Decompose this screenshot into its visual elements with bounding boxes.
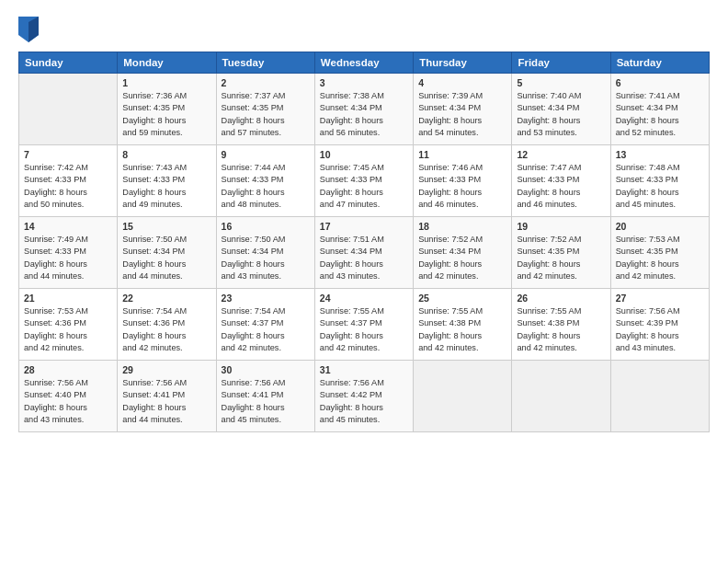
day-info: Sunrise: 7:41 AM Sunset: 4:34 PM Dayligh… bbox=[616, 90, 704, 139]
calendar-cell bbox=[19, 74, 118, 145]
day-info: Sunrise: 7:56 AM Sunset: 4:41 PM Dayligh… bbox=[222, 377, 310, 426]
day-number: 28 bbox=[24, 364, 112, 375]
day-info: Sunrise: 7:56 AM Sunset: 4:41 PM Dayligh… bbox=[122, 377, 210, 426]
day-info: Sunrise: 7:42 AM Sunset: 4:33 PM Dayligh… bbox=[24, 162, 112, 211]
calendar-cell: 5Sunrise: 7:40 AM Sunset: 4:34 PM Daylig… bbox=[512, 74, 610, 145]
header-cell-wednesday: Wednesday bbox=[314, 52, 413, 74]
day-info: Sunrise: 7:53 AM Sunset: 4:36 PM Dayligh… bbox=[24, 305, 112, 354]
day-number: 16 bbox=[222, 221, 310, 232]
calendar-cell: 11Sunrise: 7:46 AM Sunset: 4:33 PM Dayli… bbox=[414, 145, 512, 217]
calendar-cell: 20Sunrise: 7:53 AM Sunset: 4:35 PM Dayli… bbox=[610, 217, 709, 289]
page: SundayMondayTuesdayWednesdayThursdayFrid… bbox=[0, 0, 728, 563]
day-info: Sunrise: 7:55 AM Sunset: 4:38 PM Dayligh… bbox=[418, 305, 506, 354]
day-info: Sunrise: 7:38 AM Sunset: 4:34 PM Dayligh… bbox=[320, 90, 408, 139]
week-row-3: 21Sunrise: 7:53 AM Sunset: 4:36 PM Dayli… bbox=[19, 289, 710, 361]
day-info: Sunrise: 7:51 AM Sunset: 4:34 PM Dayligh… bbox=[320, 234, 408, 282]
calendar-cell: 7Sunrise: 7:42 AM Sunset: 4:33 PM Daylig… bbox=[19, 145, 118, 217]
calendar-cell bbox=[512, 361, 610, 432]
day-number: 29 bbox=[122, 364, 210, 375]
day-number: 4 bbox=[418, 77, 506, 88]
day-number: 7 bbox=[24, 149, 112, 160]
header-cell-monday: Monday bbox=[118, 52, 216, 74]
day-info: Sunrise: 7:48 AM Sunset: 4:33 PM Dayligh… bbox=[616, 162, 704, 211]
day-number: 27 bbox=[616, 293, 704, 304]
day-info: Sunrise: 7:44 AM Sunset: 4:33 PM Dayligh… bbox=[222, 162, 310, 211]
day-info: Sunrise: 7:43 AM Sunset: 4:33 PM Dayligh… bbox=[122, 162, 210, 211]
day-number: 14 bbox=[24, 221, 112, 232]
day-info: Sunrise: 7:55 AM Sunset: 4:38 PM Dayligh… bbox=[517, 305, 605, 354]
calendar-cell bbox=[414, 361, 512, 432]
calendar-cell: 18Sunrise: 7:52 AM Sunset: 4:34 PM Dayli… bbox=[414, 217, 512, 289]
calendar-cell: 16Sunrise: 7:50 AM Sunset: 4:34 PM Dayli… bbox=[216, 217, 314, 289]
calendar-header-row: SundayMondayTuesdayWednesdayThursdayFrid… bbox=[19, 52, 710, 74]
day-info: Sunrise: 7:46 AM Sunset: 4:33 PM Dayligh… bbox=[418, 162, 506, 211]
header-cell-sunday: Sunday bbox=[19, 52, 118, 74]
calendar-cell: 21Sunrise: 7:53 AM Sunset: 4:36 PM Dayli… bbox=[19, 289, 118, 361]
calendar-table: SundayMondayTuesdayWednesdayThursdayFrid… bbox=[18, 52, 710, 432]
calendar-body: 1Sunrise: 7:36 AM Sunset: 4:35 PM Daylig… bbox=[19, 74, 710, 432]
day-number: 25 bbox=[418, 293, 506, 304]
calendar-cell: 28Sunrise: 7:56 AM Sunset: 4:40 PM Dayli… bbox=[19, 361, 118, 432]
day-info: Sunrise: 7:56 AM Sunset: 4:42 PM Dayligh… bbox=[320, 377, 408, 426]
day-info: Sunrise: 7:56 AM Sunset: 4:40 PM Dayligh… bbox=[24, 377, 112, 426]
day-info: Sunrise: 7:54 AM Sunset: 4:37 PM Dayligh… bbox=[222, 305, 310, 354]
calendar-cell: 4Sunrise: 7:39 AM Sunset: 4:34 PM Daylig… bbox=[414, 74, 512, 145]
calendar-cell: 10Sunrise: 7:45 AM Sunset: 4:33 PM Dayli… bbox=[314, 145, 413, 217]
day-number: 31 bbox=[320, 364, 408, 375]
header-cell-friday: Friday bbox=[512, 52, 610, 74]
day-number: 17 bbox=[320, 221, 408, 232]
day-number: 13 bbox=[616, 149, 704, 160]
day-info: Sunrise: 7:52 AM Sunset: 4:35 PM Dayligh… bbox=[517, 234, 605, 282]
calendar-cell: 25Sunrise: 7:55 AM Sunset: 4:38 PM Dayli… bbox=[414, 289, 512, 361]
calendar-cell: 15Sunrise: 7:50 AM Sunset: 4:34 PM Dayli… bbox=[118, 217, 216, 289]
calendar-cell: 9Sunrise: 7:44 AM Sunset: 4:33 PM Daylig… bbox=[216, 145, 314, 217]
day-number: 15 bbox=[122, 221, 210, 232]
calendar-cell: 31Sunrise: 7:56 AM Sunset: 4:42 PM Dayli… bbox=[314, 361, 413, 432]
week-row-2: 14Sunrise: 7:49 AM Sunset: 4:33 PM Dayli… bbox=[19, 217, 710, 289]
day-info: Sunrise: 7:50 AM Sunset: 4:34 PM Dayligh… bbox=[122, 234, 210, 282]
week-row-4: 28Sunrise: 7:56 AM Sunset: 4:40 PM Dayli… bbox=[19, 361, 710, 432]
day-info: Sunrise: 7:47 AM Sunset: 4:33 PM Dayligh… bbox=[517, 162, 605, 211]
calendar-cell: 26Sunrise: 7:55 AM Sunset: 4:38 PM Dayli… bbox=[512, 289, 610, 361]
day-number: 21 bbox=[24, 293, 112, 304]
week-row-1: 7Sunrise: 7:42 AM Sunset: 4:33 PM Daylig… bbox=[19, 145, 710, 217]
header-cell-thursday: Thursday bbox=[414, 52, 512, 74]
day-info: Sunrise: 7:37 AM Sunset: 4:35 PM Dayligh… bbox=[222, 90, 310, 139]
header-cell-saturday: Saturday bbox=[610, 52, 709, 74]
logo-icon bbox=[18, 17, 39, 42]
day-number: 6 bbox=[616, 77, 704, 88]
day-info: Sunrise: 7:36 AM Sunset: 4:35 PM Dayligh… bbox=[122, 90, 210, 139]
calendar-cell: 2Sunrise: 7:37 AM Sunset: 4:35 PM Daylig… bbox=[216, 74, 314, 145]
day-number: 10 bbox=[320, 149, 408, 160]
day-number: 12 bbox=[517, 149, 605, 160]
day-info: Sunrise: 7:56 AM Sunset: 4:39 PM Dayligh… bbox=[616, 305, 704, 354]
calendar-cell: 22Sunrise: 7:54 AM Sunset: 4:36 PM Dayli… bbox=[118, 289, 216, 361]
day-info: Sunrise: 7:50 AM Sunset: 4:34 PM Dayligh… bbox=[222, 234, 310, 282]
day-number: 23 bbox=[222, 293, 310, 304]
calendar-cell: 24Sunrise: 7:55 AM Sunset: 4:37 PM Dayli… bbox=[314, 289, 413, 361]
day-info: Sunrise: 7:49 AM Sunset: 4:33 PM Dayligh… bbox=[24, 234, 112, 282]
day-number: 11 bbox=[418, 149, 506, 160]
calendar-cell: 3Sunrise: 7:38 AM Sunset: 4:34 PM Daylig… bbox=[314, 74, 413, 145]
day-number: 2 bbox=[222, 77, 310, 88]
day-number: 8 bbox=[122, 149, 210, 160]
calendar-cell bbox=[610, 361, 709, 432]
day-number: 5 bbox=[517, 77, 605, 88]
day-info: Sunrise: 7:53 AM Sunset: 4:35 PM Dayligh… bbox=[616, 234, 704, 282]
calendar-cell: 23Sunrise: 7:54 AM Sunset: 4:37 PM Dayli… bbox=[216, 289, 314, 361]
logo bbox=[18, 17, 41, 42]
calendar-cell: 14Sunrise: 7:49 AM Sunset: 4:33 PM Dayli… bbox=[19, 217, 118, 289]
calendar-cell: 29Sunrise: 7:56 AM Sunset: 4:41 PM Dayli… bbox=[118, 361, 216, 432]
header bbox=[18, 17, 710, 42]
day-info: Sunrise: 7:55 AM Sunset: 4:37 PM Dayligh… bbox=[320, 305, 408, 354]
day-number: 1 bbox=[122, 77, 210, 88]
day-number: 20 bbox=[616, 221, 704, 232]
calendar-cell: 8Sunrise: 7:43 AM Sunset: 4:33 PM Daylig… bbox=[118, 145, 216, 217]
calendar-cell: 12Sunrise: 7:47 AM Sunset: 4:33 PM Dayli… bbox=[512, 145, 610, 217]
day-number: 3 bbox=[320, 77, 408, 88]
day-number: 9 bbox=[222, 149, 310, 160]
week-row-0: 1Sunrise: 7:36 AM Sunset: 4:35 PM Daylig… bbox=[19, 74, 710, 145]
calendar-cell: 13Sunrise: 7:48 AM Sunset: 4:33 PM Dayli… bbox=[610, 145, 709, 217]
header-cell-tuesday: Tuesday bbox=[216, 52, 314, 74]
calendar-cell: 30Sunrise: 7:56 AM Sunset: 4:41 PM Dayli… bbox=[216, 361, 314, 432]
